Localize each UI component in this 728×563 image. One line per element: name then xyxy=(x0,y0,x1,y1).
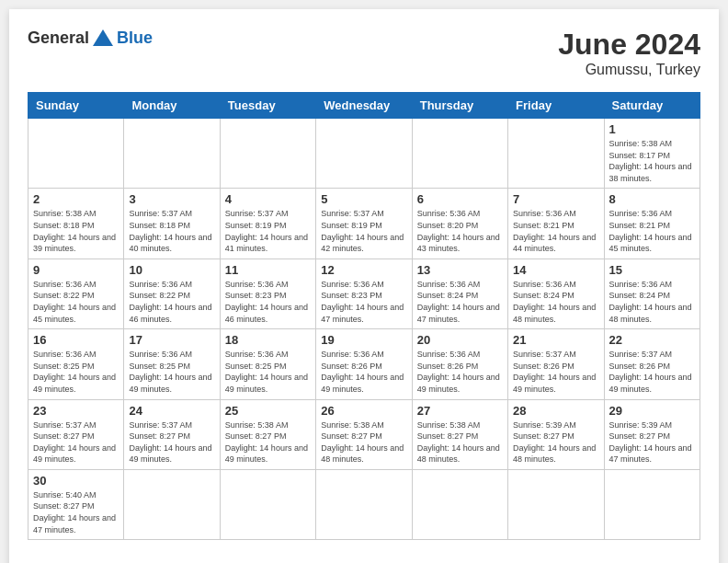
title-area: June 2024 Gumussu, Turkey xyxy=(558,28,700,78)
empty-cell xyxy=(220,119,315,189)
day-19-cell: 19 Sunrise: 5:36 AM Sunset: 8:26 PM Dayl… xyxy=(316,329,412,399)
logo-text-blue: Blue xyxy=(117,29,153,48)
header-thursday: Thursday xyxy=(412,93,507,119)
day-12-cell: 12 Sunrise: 5:36 AM Sunset: 8:23 PM Dayl… xyxy=(316,259,412,328)
day-13-cell: 13 Sunrise: 5:36 AM Sunset: 8:24 PM Dayl… xyxy=(412,259,507,328)
day-5-number: 5 xyxy=(321,192,406,206)
day-19-number: 19 xyxy=(321,333,406,347)
day-7-cell: 7 Sunrise: 5:36 AM Sunset: 8:21 PM Dayli… xyxy=(508,189,604,259)
month-title: June 2024 xyxy=(558,28,700,62)
day-9-number: 9 xyxy=(33,263,119,277)
empty-cell xyxy=(124,469,220,539)
week-2-row: 2 Sunrise: 5:38 AM Sunset: 8:18 PM Dayli… xyxy=(28,189,700,259)
header-sunday: Sunday xyxy=(28,93,124,119)
day-22-number: 22 xyxy=(609,333,695,347)
header-wednesday: Wednesday xyxy=(316,93,412,119)
day-3-cell: 3 Sunrise: 5:37 AM Sunset: 8:18 PM Dayli… xyxy=(124,189,220,259)
day-27-number: 27 xyxy=(417,404,503,418)
day-2-cell: 2 Sunrise: 5:38 AM Sunset: 8:18 PM Dayli… xyxy=(28,189,124,259)
day-23-cell: 23 Sunrise: 5:37 AM Sunset: 8:27 PM Dayl… xyxy=(28,399,124,469)
week-4-row: 16 Sunrise: 5:36 AM Sunset: 8:25 PM Dayl… xyxy=(28,329,700,399)
day-28-number: 28 xyxy=(513,404,598,418)
empty-cell xyxy=(508,469,604,539)
empty-cell xyxy=(604,469,700,539)
day-30-cell: 30 Sunrise: 5:40 AM Sunset: 8:27 PM Dayl… xyxy=(28,469,124,539)
day-25-number: 25 xyxy=(225,404,311,418)
week-3-row: 9 Sunrise: 5:36 AM Sunset: 8:22 PM Dayli… xyxy=(28,259,700,328)
calendar-header: General Blue June 2024 Gumussu, Turkey xyxy=(28,28,700,78)
day-24-cell: 24 Sunrise: 5:37 AM Sunset: 8:27 PM Dayl… xyxy=(124,399,220,469)
day-8-cell: 8 Sunrise: 5:36 AM Sunset: 8:21 PM Dayli… xyxy=(604,189,700,259)
day-10-number: 10 xyxy=(129,263,214,277)
day-22-cell: 22 Sunrise: 5:37 AM Sunset: 8:26 PM Dayl… xyxy=(604,329,700,399)
day-1-info: Sunrise: 5:38 AM Sunset: 8:17 PM Dayligh… xyxy=(609,138,695,184)
day-4-cell: 4 Sunrise: 5:37 AM Sunset: 8:19 PM Dayli… xyxy=(220,189,315,259)
day-6-number: 6 xyxy=(417,192,503,206)
day-26-cell: 26 Sunrise: 5:38 AM Sunset: 8:27 PM Dayl… xyxy=(316,399,412,469)
day-23-number: 23 xyxy=(33,404,119,418)
week-5-row: 23 Sunrise: 5:37 AM Sunset: 8:27 PM Dayl… xyxy=(28,399,700,469)
day-15-cell: 15 Sunrise: 5:36 AM Sunset: 8:24 PM Dayl… xyxy=(604,259,700,328)
day-29-cell: 29 Sunrise: 5:39 AM Sunset: 8:27 PM Dayl… xyxy=(604,399,700,469)
week-6-row: 30 Sunrise: 5:40 AM Sunset: 8:27 PM Dayl… xyxy=(28,469,700,539)
empty-cell xyxy=(316,469,412,539)
day-28-cell: 28 Sunrise: 5:39 AM Sunset: 8:27 PM Dayl… xyxy=(508,399,604,469)
day-14-number: 14 xyxy=(513,263,598,277)
day-1-number: 1 xyxy=(609,122,695,136)
day-5-cell: 5 Sunrise: 5:37 AM Sunset: 8:19 PM Dayli… xyxy=(316,189,412,259)
header-monday: Monday xyxy=(124,93,220,119)
weekday-header-row: Sunday Monday Tuesday Wednesday Thursday… xyxy=(28,93,700,119)
day-21-cell: 21 Sunrise: 5:37 AM Sunset: 8:26 PM Dayl… xyxy=(508,329,604,399)
day-21-number: 21 xyxy=(513,333,598,347)
day-2-number: 2 xyxy=(33,192,119,206)
day-18-number: 18 xyxy=(225,333,311,347)
header-saturday: Saturday xyxy=(604,93,700,119)
day-11-cell: 11 Sunrise: 5:36 AM Sunset: 8:23 PM Dayl… xyxy=(220,259,315,328)
empty-cell xyxy=(220,469,315,539)
day-17-number: 17 xyxy=(129,333,214,347)
location-title: Gumussu, Turkey xyxy=(558,62,700,78)
day-15-number: 15 xyxy=(609,263,695,277)
day-11-number: 11 xyxy=(225,263,311,277)
day-20-cell: 20 Sunrise: 5:36 AM Sunset: 8:26 PM Dayl… xyxy=(412,329,507,399)
calendar-container: General Blue June 2024 Gumussu, Turkey S… xyxy=(9,9,719,563)
logo-text-general: General xyxy=(28,29,89,48)
empty-cell xyxy=(124,119,220,189)
empty-cell xyxy=(412,119,507,189)
day-27-cell: 27 Sunrise: 5:38 AM Sunset: 8:27 PM Dayl… xyxy=(412,399,507,469)
day-29-number: 29 xyxy=(609,404,695,418)
day-16-number: 16 xyxy=(33,333,119,347)
empty-cell xyxy=(508,119,604,189)
svg-marker-0 xyxy=(93,29,113,46)
day-25-cell: 25 Sunrise: 5:38 AM Sunset: 8:27 PM Dayl… xyxy=(220,399,315,469)
empty-cell xyxy=(412,469,507,539)
day-30-number: 30 xyxy=(33,474,119,488)
day-1-cell: 1 Sunrise: 5:38 AM Sunset: 8:17 PM Dayli… xyxy=(604,119,700,189)
logo-icon xyxy=(93,28,113,48)
day-16-cell: 16 Sunrise: 5:36 AM Sunset: 8:25 PM Dayl… xyxy=(28,329,124,399)
calendar-grid: Sunday Monday Tuesday Wednesday Thursday… xyxy=(28,92,700,540)
day-8-number: 8 xyxy=(609,192,695,206)
logo-area: General Blue xyxy=(28,28,153,48)
empty-cell xyxy=(316,119,412,189)
week-1-row: 1 Sunrise: 5:38 AM Sunset: 8:17 PM Dayli… xyxy=(28,119,700,189)
day-10-cell: 10 Sunrise: 5:36 AM Sunset: 8:22 PM Dayl… xyxy=(124,259,220,328)
empty-cell xyxy=(28,119,124,189)
day-6-cell: 6 Sunrise: 5:36 AM Sunset: 8:20 PM Dayli… xyxy=(412,189,507,259)
day-17-cell: 17 Sunrise: 5:36 AM Sunset: 8:25 PM Dayl… xyxy=(124,329,220,399)
day-4-number: 4 xyxy=(225,192,311,206)
day-13-number: 13 xyxy=(417,263,503,277)
day-3-number: 3 xyxy=(129,192,214,206)
header-tuesday: Tuesday xyxy=(220,93,315,119)
day-24-number: 24 xyxy=(129,404,214,418)
day-9-cell: 9 Sunrise: 5:36 AM Sunset: 8:22 PM Dayli… xyxy=(28,259,124,328)
day-18-cell: 18 Sunrise: 5:36 AM Sunset: 8:25 PM Dayl… xyxy=(220,329,315,399)
day-7-number: 7 xyxy=(513,192,598,206)
day-14-cell: 14 Sunrise: 5:36 AM Sunset: 8:24 PM Dayl… xyxy=(508,259,604,328)
day-26-number: 26 xyxy=(321,404,406,418)
day-20-number: 20 xyxy=(417,333,503,347)
header-friday: Friday xyxy=(508,93,604,119)
day-12-number: 12 xyxy=(321,263,406,277)
logo: General Blue xyxy=(28,28,153,48)
